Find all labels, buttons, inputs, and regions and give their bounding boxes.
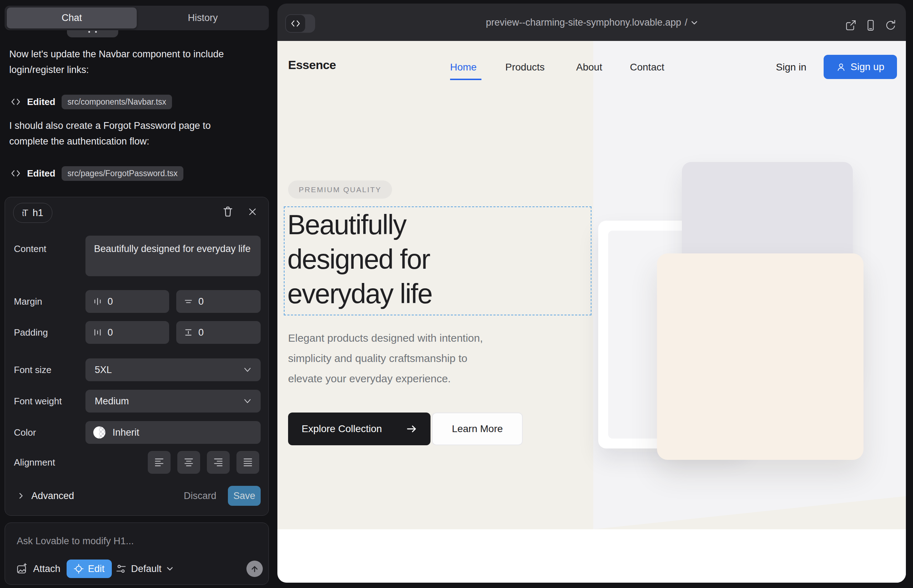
file-pill[interactable]: src/components/Navbar.tsx [62, 95, 172, 109]
nav-link-contact[interactable]: Contact [630, 61, 664, 73]
edited-file-row: Edited src/pages/ForgotPassword.tsx [11, 165, 183, 181]
edited-file-row: Edited src/components/Navbar.tsx [11, 94, 172, 110]
attach-image-icon [16, 563, 28, 575]
dot [95, 31, 97, 33]
tab-history[interactable]: History [137, 6, 269, 30]
advanced-toggle[interactable]: Advanced [18, 486, 74, 506]
refresh-icon[interactable] [884, 19, 897, 31]
file-pill[interactable]: src/pages/ForgotPassword.tsx [62, 166, 183, 181]
font-size-label: Font size [14, 365, 52, 375]
align-center-button[interactable] [177, 451, 200, 474]
color-select[interactable]: Inherit [86, 421, 261, 444]
prompt-input[interactable]: Ask Lovable to modify H1... [17, 536, 134, 547]
padding-vertical-icon [184, 328, 193, 337]
nav-link-products[interactable]: Products [505, 61, 545, 73]
arrow-up-icon [250, 564, 259, 573]
code-segment[interactable] [286, 15, 305, 32]
delete-icon[interactable] [222, 205, 234, 218]
explore-collection-button[interactable]: Explore Collection [288, 412, 431, 445]
site-preview: Essence Home Products About Contact Sign… [277, 41, 906, 583]
chevron-down-icon [691, 20, 698, 25]
sign-up-button[interactable]: Sign up [824, 55, 897, 79]
user-icon [837, 62, 846, 71]
decor-card-cream [657, 254, 863, 460]
color-swatch [93, 426, 105, 438]
lovable-editor: Chat History Now let's update the Navbar… [0, 0, 913, 588]
chat-history-tabs: Chat History [5, 6, 269, 30]
arrow-right-icon [406, 424, 417, 433]
padding-y-input[interactable]: 0 [176, 321, 261, 344]
assistant-message: Now let's update the Navbar component to… [9, 46, 237, 78]
align-justify-icon [243, 457, 253, 468]
code-preview-toggle[interactable] [285, 14, 315, 33]
margin-x-input[interactable]: 0 [86, 290, 169, 313]
attach-button[interactable]: Attach [16, 559, 60, 578]
mobile-view-icon[interactable] [864, 19, 877, 31]
send-button[interactable] [246, 561, 263, 577]
align-left-button[interactable] [148, 451, 170, 474]
nav-link-about[interactable]: About [576, 61, 602, 73]
heading-line: Beautifully [287, 207, 432, 242]
sign-in-link[interactable]: Sign in [776, 61, 806, 73]
align-right-icon [213, 457, 223, 468]
scrolled-pill [67, 30, 118, 37]
type-icon: tT [22, 207, 28, 218]
margin-horizontal-icon [93, 297, 102, 306]
content-label: Content [14, 244, 46, 255]
hero-paragraph: Elegant products designed with intention… [288, 328, 483, 389]
chevron-right-icon [18, 492, 24, 499]
discard-button[interactable]: Discard [184, 486, 217, 506]
element-tag: h1 [32, 207, 43, 218]
code-icon [11, 169, 21, 178]
margin-y-input[interactable]: 0 [176, 290, 261, 313]
align-right-button[interactable] [207, 451, 230, 474]
url-host: preview--charming-site-symphony.lovable.… [486, 17, 681, 28]
premium-quality-badge: PREMIUM QUALITY [288, 181, 392, 199]
color-label: Color [14, 427, 36, 438]
edited-label: Edited [27, 97, 55, 108]
element-editor-panel: tT h1 Content Beautifully designed for e… [5, 197, 269, 516]
learn-more-button[interactable]: Learn More [432, 412, 523, 445]
align-left-icon [154, 457, 165, 468]
content-textarea[interactable]: Beautifully designed for everyday life [86, 236, 261, 276]
edit-mode-button[interactable]: Edit [66, 559, 112, 578]
preview-url-dropdown[interactable]: preview--charming-site-symphony.lovable.… [486, 17, 697, 28]
margin-label: Margin [14, 296, 42, 307]
paragraph-line: simplicity and quality craftsmanship to [288, 348, 483, 368]
padding-horizontal-icon [93, 328, 102, 337]
target-icon [74, 564, 84, 574]
chevron-down-icon [244, 367, 251, 373]
align-justify-button[interactable] [236, 451, 259, 474]
open-in-new-icon[interactable] [845, 19, 857, 31]
prompt-box: Ask Lovable to modify H1... Attach Edit [5, 522, 269, 585]
font-weight-label: Font weight [14, 396, 62, 407]
site-brand[interactable]: Essence [288, 58, 336, 72]
chevron-down-icon [244, 398, 251, 404]
margin-vertical-icon [184, 297, 193, 306]
hero-heading[interactable]: Beautifully designed for everyday life [287, 207, 432, 311]
font-size-select[interactable]: 5XL [86, 359, 261, 381]
alignment-label: Alignment [14, 457, 55, 468]
preview-frame: preview--charming-site-symphony.lovable.… [277, 3, 906, 583]
edited-label: Edited [27, 168, 55, 179]
tab-chat[interactable]: Chat [7, 8, 137, 29]
align-center-icon [183, 457, 194, 468]
padding-x-input[interactable]: 0 [86, 321, 169, 344]
sliders-icon [116, 564, 126, 574]
assistant-message: I should also create a Forgot Password p… [9, 118, 237, 149]
padding-label: Padding [14, 327, 48, 338]
close-icon[interactable] [247, 206, 258, 218]
save-button[interactable]: Save [228, 486, 261, 506]
paragraph-line: elevate your everyday experience. [288, 368, 483, 389]
code-icon [11, 97, 21, 106]
selected-element-chip[interactable]: tT h1 [13, 203, 52, 223]
dot [88, 31, 90, 33]
nav-link-home[interactable]: Home [450, 61, 477, 73]
heading-line: designed for [287, 242, 432, 276]
model-default-button[interactable]: Default [116, 559, 173, 578]
code-icon [290, 19, 301, 28]
heading-line: everyday life [287, 276, 432, 311]
chevron-down-icon [167, 566, 173, 571]
url-separator: / [685, 17, 688, 28]
font-weight-select[interactable]: Medium [86, 390, 261, 412]
